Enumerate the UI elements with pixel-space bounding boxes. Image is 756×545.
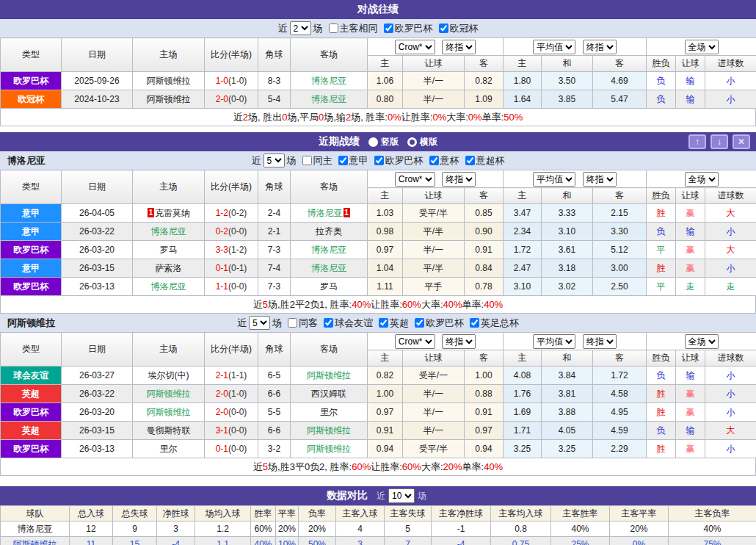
home-team-name[interactable]: 曼彻斯特联	[147, 425, 191, 436]
ucl-checkbox[interactable]	[439, 24, 448, 33]
competition-badge[interactable]: 球会友谊	[1, 367, 62, 385]
home-team-name[interactable]: 克雷莫纳	[155, 208, 190, 218]
home-team[interactable]: 博洛尼亚	[133, 223, 205, 241]
filter-check-same-venue[interactable]: 主客相同	[323, 22, 378, 35]
away-team[interactable]: 罗马	[291, 278, 368, 296]
filter-check-europa[interactable]: 欧罗巴杯	[368, 154, 424, 167]
vertical-layout-label[interactable]: 竖版	[381, 136, 399, 148]
odds-time-select[interactable]: 终指	[442, 334, 476, 349]
same-home-checkbox[interactable]	[302, 156, 312, 165]
away-team[interactable]: 西汉姆联	[291, 385, 368, 403]
filter-check-seriea[interactable]: 意甲	[332, 154, 368, 167]
vertical-layout-radio[interactable]	[368, 137, 378, 147]
h2h-count-select[interactable]: 2	[290, 21, 311, 35]
scope-select[interactable]: 全场	[685, 172, 719, 187]
home-team-name[interactable]: 阿斯顿维拉	[147, 389, 191, 399]
home-team[interactable]: 罗马	[133, 241, 205, 259]
supercoppa-checkbox[interactable]	[465, 156, 475, 165]
avg-select[interactable]: 平均值	[533, 40, 575, 54]
home-team[interactable]: 1克雷莫纳	[133, 204, 205, 223]
home-team-name[interactable]: 博洛尼亚	[151, 226, 186, 237]
filter-check-epl[interactable]: 英超	[373, 317, 409, 330]
away-team-name[interactable]: 阿斯顿维拉	[307, 425, 351, 436]
home-team[interactable]: 阿斯顿维拉	[133, 90, 205, 109]
same-venue-checkbox[interactable]	[329, 24, 338, 33]
home-team-name[interactable]: 阿斯顿维拉	[147, 407, 191, 417]
home-team[interactable]: 阿斯顿维拉	[133, 72, 205, 90]
competition-badge[interactable]: 欧罗巴杯	[1, 241, 62, 259]
filter-check-supercoppa[interactable]: 意超杯	[459, 154, 505, 167]
avg-time-select[interactable]: 终指	[583, 40, 617, 54]
competition-badge[interactable]: 英超	[1, 385, 62, 403]
filter-check-europa[interactable]: 欧罗巴杯	[409, 317, 464, 330]
away-team[interactable]: 阿斯顿维拉	[291, 367, 368, 385]
close-button[interactable]: ✕	[733, 134, 750, 149]
competition-badge[interactable]: 欧罗巴杯	[1, 403, 62, 422]
away-team[interactable]: 里尔	[291, 403, 368, 422]
avg-select[interactable]: 平均值	[533, 334, 575, 349]
home-team-name[interactable]: 阿斯顿维拉	[147, 76, 191, 86]
away-team[interactable]: 博洛尼亚	[291, 241, 368, 259]
europa-checkbox[interactable]	[384, 24, 393, 33]
friendly-checkbox[interactable]	[324, 318, 333, 328]
avg-time-select[interactable]: 终指	[583, 172, 617, 187]
home-team-name[interactable]: 埃尔切(中)	[148, 370, 189, 380]
home-team[interactable]: 曼彻斯特联	[133, 422, 205, 440]
home-team-name[interactable]: 博洛尼亚	[151, 281, 186, 292]
away-team-name[interactable]: 阿斯顿维拉	[307, 370, 351, 380]
competition-badge[interactable]: 意甲	[1, 204, 62, 223]
team-name-cell[interactable]: 阿斯顿维拉	[1, 537, 70, 545]
home-team[interactable]: 阿斯顿维拉	[133, 385, 205, 403]
scope-select[interactable]: 全场	[685, 40, 719, 54]
filter-check-friendly[interactable]: 球会友谊	[318, 317, 373, 330]
away-team-name[interactable]: 拉齐奥	[316, 226, 342, 237]
bookmaker-select[interactable]: Crow*	[395, 172, 435, 187]
competition-badge[interactable]: 英超	[1, 422, 62, 440]
away-team-name[interactable]: 里尔	[320, 407, 338, 417]
away-team[interactable]: 阿斯顿维拉	[291, 422, 368, 440]
facup-checkbox[interactable]	[470, 318, 479, 328]
move-up-button[interactable]: ↑	[688, 134, 706, 149]
home-team-name[interactable]: 里尔	[160, 444, 178, 454]
away-team[interactable]: 博洛尼亚	[291, 72, 368, 90]
horizontal-layout-radio[interactable]	[407, 137, 417, 147]
home-team[interactable]: 博洛尼亚	[133, 278, 205, 296]
competition-badge[interactable]: 意甲	[1, 259, 62, 278]
competition-badge[interactable]: 欧罗巴杯	[1, 72, 62, 90]
compare-count-select[interactable]: 10	[388, 488, 415, 503]
seriea-checkbox[interactable]	[338, 156, 348, 165]
home-team-name[interactable]: 萨索洛	[156, 263, 182, 273]
same-away-checkbox[interactable]	[288, 318, 297, 328]
competition-badge[interactable]: 意甲	[1, 223, 62, 241]
home-team[interactable]: 萨索洛	[133, 259, 205, 278]
away-team-name[interactable]: 博洛尼亚	[311, 94, 346, 104]
away-team-name[interactable]: 西汉姆联	[311, 389, 346, 399]
europa-checkbox[interactable]	[415, 318, 424, 328]
away-team[interactable]: 博洛尼亚	[291, 90, 368, 109]
avg-time-select[interactable]: 终指	[583, 334, 617, 349]
avg-select[interactable]: 平均值	[533, 172, 575, 187]
filter-check-ucl[interactable]: 欧冠杯	[433, 22, 479, 35]
scope-select[interactable]: 全场	[685, 334, 719, 349]
epl-checkbox[interactable]	[379, 318, 388, 328]
home-team-name[interactable]: 罗马	[160, 245, 178, 255]
away-team[interactable]: 拉齐奥	[291, 223, 368, 241]
away-team-name[interactable]: 博洛尼亚	[311, 245, 346, 255]
filter-check-same-home[interactable]: 同主	[297, 154, 332, 167]
home-team[interactable]: 里尔	[133, 440, 205, 458]
filter-check-coppa[interactable]: 意杯	[424, 154, 459, 167]
away-team[interactable]: 博洛尼亚	[291, 259, 368, 278]
competition-badge[interactable]: 欧罗巴杯	[1, 440, 62, 458]
away-team-name[interactable]: 阿斯顿维拉	[307, 444, 351, 454]
europa-checkbox[interactable]	[374, 156, 384, 165]
villa-count-select[interactable]: 5	[249, 316, 270, 330]
team-name-cell[interactable]: 博洛尼亚	[1, 521, 70, 537]
bookmaker-select[interactable]: Crow*	[395, 40, 435, 54]
away-team[interactable]: 阿斯顿维拉	[291, 440, 368, 458]
bologna-count-select[interactable]: 5	[263, 154, 285, 167]
odds-time-select[interactable]: 终指	[442, 40, 476, 54]
home-team-name[interactable]: 阿斯顿维拉	[147, 94, 191, 104]
odds-time-select[interactable]: 终指	[442, 172, 476, 187]
away-team-name[interactable]: 博洛尼亚	[308, 208, 343, 218]
bookmaker-select[interactable]: Crow*	[395, 334, 435, 349]
